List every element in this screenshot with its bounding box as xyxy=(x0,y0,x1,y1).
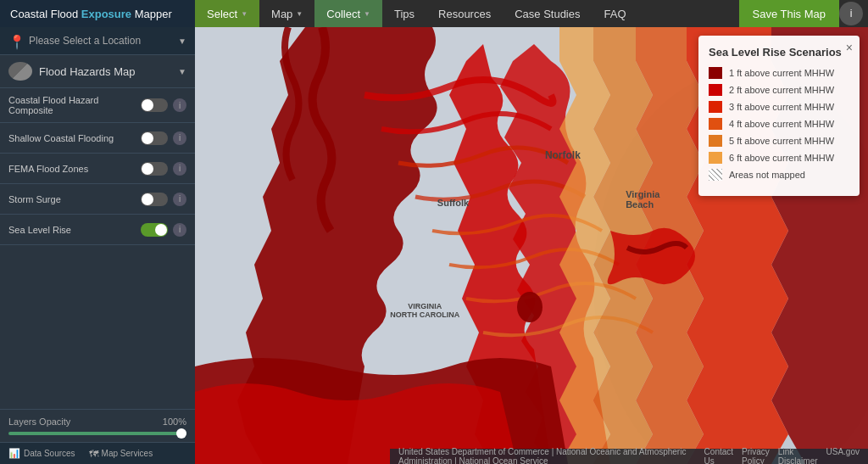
map-type-icon xyxy=(8,62,32,81)
usa-gov-link[interactable]: USA.gov xyxy=(826,447,860,464)
legend-title: Sea Level Rise Scenarios xyxy=(709,46,849,59)
legend-color-6ft xyxy=(709,152,722,164)
legend-item-2ft: 2 ft above current MHHW xyxy=(709,84,849,96)
nav-select-arrow: ▼ xyxy=(241,10,248,18)
layer-sea-level-rise-info[interactable]: i xyxy=(173,223,186,237)
nav-resources-label: Resources xyxy=(438,8,491,20)
link-disclaimer-link[interactable]: Link Disclaimer xyxy=(778,447,818,464)
save-map-label: Save This Map xyxy=(753,8,826,20)
bottom-bar: United States Department of Commerce | N… xyxy=(390,449,868,464)
map-type-selector[interactable]: Flood Hazards Map ▼ xyxy=(0,55,195,88)
opacity-section: Layers Opacity 100% xyxy=(0,409,195,442)
legend-item-3ft: 3 ft above current MHHW xyxy=(709,101,849,113)
location-dropdown-arrow: ▼ xyxy=(178,36,186,46)
logo-area: Coastal Flood Exposure Mapper xyxy=(0,0,195,27)
legend-item-1ft: 1 ft above current MHHW xyxy=(709,67,849,79)
layer-shallow-coastal-info[interactable]: i xyxy=(173,131,186,145)
nav-faq[interactable]: FAQ xyxy=(593,0,638,27)
data-sources-icon: 📊 xyxy=(8,448,20,459)
contact-us-link[interactable]: Contact Us xyxy=(704,447,733,464)
nav-tips[interactable]: Tips xyxy=(382,0,426,27)
layers-panel: Coastal Flood Hazard Composite i Shallow… xyxy=(0,88,195,409)
map-services-label: Map Services xyxy=(102,449,153,458)
location-selector[interactable]: 📍 Please Select a Location ▼ xyxy=(0,27,195,55)
toggle-knob xyxy=(155,224,167,236)
layer-fema-label: FEMA Flood Zones xyxy=(8,164,141,174)
main-nav: Select ▼ Map ▼ Collect ▼ Tips Resources … xyxy=(195,0,868,27)
legend-item-6ft: 6 ft above current MHHW xyxy=(709,152,849,164)
opacity-thumb[interactable] xyxy=(176,428,186,439)
layer-storm-surge-info[interactable]: i xyxy=(173,193,186,206)
layer-fema-info[interactable]: i xyxy=(173,162,186,176)
legend-color-5ft xyxy=(709,135,722,147)
toggle-knob xyxy=(142,132,153,144)
location-text: Please Select a Location xyxy=(29,35,178,47)
layer-coastal-flood-hazard-toggle[interactable] xyxy=(141,98,168,112)
legend-item-4ft: 4 ft above current MHHW xyxy=(709,118,849,130)
legend-label-1ft: 1 ft above current MHHW xyxy=(729,68,834,78)
legend-close-button[interactable]: × xyxy=(846,41,853,54)
sidebar: 📍 Please Select a Location ▼ Flood Hazar… xyxy=(0,27,195,464)
layer-sea-level-rise: Sea Level Rise i xyxy=(0,215,195,245)
opacity-header: Layers Opacity 100% xyxy=(8,416,186,427)
toggle-knob xyxy=(142,193,153,205)
layer-shallow-coastal-toggle[interactable] xyxy=(141,131,168,145)
layer-storm-surge-toggle[interactable] xyxy=(141,193,168,206)
map-services-button[interactable]: 🗺 Map Services xyxy=(89,448,153,459)
map-area[interactable]: Norfolk VirginiaBeach Suffolk VIRGINIANO… xyxy=(195,27,868,464)
layer-coastal-flood-hazard-info[interactable]: i xyxy=(173,98,186,112)
nav-map-label: Map xyxy=(271,8,292,20)
layer-storm-surge-label: Storm Surge xyxy=(8,194,141,204)
nav-map-arrow: ▼ xyxy=(296,10,303,18)
layer-coastal-flood-hazard: Coastal Flood Hazard Composite i xyxy=(0,88,195,123)
data-sources-button[interactable]: 📊 Data Sources xyxy=(8,448,75,459)
info-icon: i xyxy=(850,8,853,20)
layer-fema-toggle[interactable] xyxy=(141,162,168,176)
bottom-bar-links: Contact Us Privacy Policy Link Disclaime… xyxy=(704,447,860,464)
legend-color-unmapped xyxy=(709,169,722,181)
opacity-value: 100% xyxy=(163,416,186,427)
toggle-knob xyxy=(142,163,153,175)
svg-point-2 xyxy=(517,292,542,322)
app-title: Coastal Flood Exposure Mapper xyxy=(10,8,172,20)
legend-label-5ft: 5 ft above current MHHW xyxy=(729,136,834,146)
layer-shallow-coastal: Shallow Coastal Flooding i xyxy=(0,123,195,154)
nav-resources[interactable]: Resources xyxy=(426,0,503,27)
opacity-label: Layers Opacity xyxy=(8,416,70,427)
legend-label-3ft: 3 ft above current MHHW xyxy=(729,102,834,112)
nav-select[interactable]: Select ▼ xyxy=(195,0,259,27)
nav-case-studies[interactable]: Case Studies xyxy=(503,0,592,27)
legend-item-unmapped: Areas not mapped xyxy=(709,169,849,181)
nav-info-button[interactable]: i xyxy=(839,2,863,25)
map-type-dropdown-arrow: ▼ xyxy=(178,67,186,76)
nav-collect-label: Collect xyxy=(326,8,360,20)
legend-label-6ft: 6 ft above current MHHW xyxy=(729,153,834,163)
location-icon: 📍 xyxy=(8,34,22,48)
nav-tips-label: Tips xyxy=(394,8,415,20)
bottom-bar-left-text: United States Department of Commerce | N… xyxy=(398,447,704,464)
map-type-text: Flood Hazards Map xyxy=(39,65,178,78)
nav-collect[interactable]: Collect ▼ xyxy=(314,0,382,27)
legend-color-2ft xyxy=(709,84,722,96)
layer-sea-level-rise-label: Sea Level Rise xyxy=(8,225,141,235)
legend-label-2ft: 2 ft above current MHHW xyxy=(729,85,834,95)
nav-faq-label: FAQ xyxy=(604,8,626,20)
layer-sea-level-rise-toggle[interactable] xyxy=(141,223,168,237)
map-services-icon: 🗺 xyxy=(89,449,98,459)
legend-label-4ft: 4 ft above current MHHW xyxy=(729,119,834,129)
layer-coastal-flood-hazard-label: Coastal Flood Hazard Composite xyxy=(8,95,141,115)
legend-color-3ft xyxy=(709,101,722,113)
nav-collect-arrow: ▼ xyxy=(364,10,370,18)
data-sources-label: Data Sources xyxy=(24,449,75,458)
save-map-button[interactable]: Save This Map xyxy=(739,0,839,27)
header: Coastal Flood Exposure Mapper Select ▼ M… xyxy=(0,0,868,27)
legend-color-4ft xyxy=(709,118,722,130)
legend-item-5ft: 5 ft above current MHHW xyxy=(709,135,849,147)
nav-map[interactable]: Map ▼ xyxy=(259,0,314,27)
privacy-policy-link[interactable]: Privacy Policy xyxy=(742,447,770,464)
main-content: 📍 Please Select a Location ▼ Flood Hazar… xyxy=(0,27,868,464)
opacity-slider[interactable] xyxy=(8,432,186,435)
nav-select-label: Select xyxy=(207,8,237,20)
legend-label-unmapped: Areas not mapped xyxy=(729,170,805,180)
sidebar-footer: 📊 Data Sources 🗺 Map Services xyxy=(0,442,195,464)
